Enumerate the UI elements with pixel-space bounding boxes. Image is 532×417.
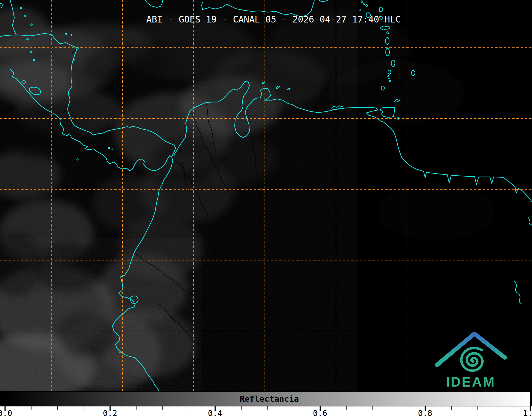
colorbar-tick-label: 0.0 bbox=[0, 409, 12, 417]
colorbar-tick-label: 0.2 bbox=[103, 409, 117, 417]
colorbar-minor-tick bbox=[162, 406, 163, 410]
colorbar-axis: 0.00.20.40.60.81.0 bbox=[0, 406, 532, 417]
colorbar-minor-tick bbox=[294, 406, 294, 410]
colorbar-minor-tick bbox=[189, 406, 189, 410]
colorbar-tick-label: 0.6 bbox=[313, 409, 327, 417]
colorbar-label: Reflectancia bbox=[240, 394, 299, 404]
colorbar-minor-tick bbox=[451, 406, 452, 410]
film-grain-layer-2 bbox=[0, 238, 201, 391]
colorbar-minor-tick bbox=[399, 406, 399, 410]
logo-text: IDEAM bbox=[446, 374, 495, 389]
image-title: ABI - GOES 19 - CANAL 05 - 2026-04-27 17… bbox=[146, 14, 401, 24]
satellite-image-area: IDEAM ABI - GOES 19 - CANAL 05 - 2026-04… bbox=[0, 0, 532, 391]
colorbar-minor-tick bbox=[84, 406, 84, 410]
colorbar-minor-tick bbox=[267, 406, 268, 410]
colorbar-minor-tick bbox=[478, 406, 478, 410]
colorbar-tick-label: 0.4 bbox=[208, 409, 222, 417]
satellite-map-canvas: IDEAM bbox=[0, 0, 532, 391]
colorbar-tick-label: 1.0 bbox=[523, 409, 532, 417]
colorbar-minor-tick bbox=[31, 406, 31, 410]
colorbar-minor-tick bbox=[136, 406, 137, 410]
colorbar-minor-tick bbox=[372, 406, 373, 410]
colorbar-minor-tick bbox=[57, 406, 58, 410]
colorbar-minor-tick bbox=[346, 406, 347, 410]
colorbar-minor-tick bbox=[241, 406, 242, 410]
satellite-product-view: IDEAM ABI - GOES 19 - CANAL 05 - 2026-04… bbox=[0, 0, 532, 417]
colorbar-tick-label: 0.8 bbox=[418, 409, 432, 417]
logo-hurricane-spiral-icon bbox=[461, 348, 483, 371]
ideam-logo: IDEAM bbox=[437, 334, 505, 389]
colorbar-minor-tick bbox=[504, 406, 504, 410]
